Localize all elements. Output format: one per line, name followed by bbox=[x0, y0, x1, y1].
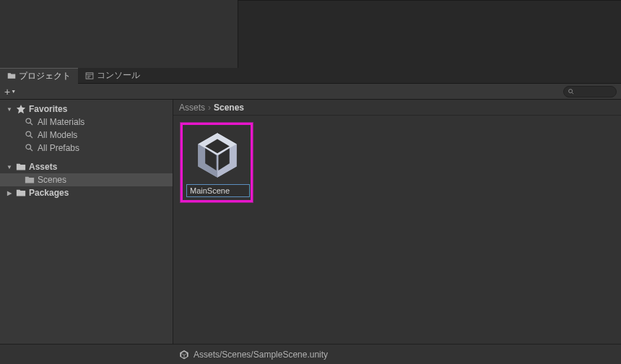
console-icon bbox=[85, 72, 94, 80]
asset-scene-item[interactable] bbox=[181, 123, 253, 202]
tree-label: Favorites bbox=[29, 104, 67, 114]
tab-console[interactable]: コンソール bbox=[78, 68, 147, 84]
upper-right-panel bbox=[238, 0, 621, 68]
search-icon bbox=[25, 130, 35, 140]
project-tree: ▼ Favorites All Materials All Models All… bbox=[0, 100, 173, 344]
tree-folder-scenes[interactable]: Scenes bbox=[0, 173, 173, 186]
tree-label: All Materials bbox=[38, 117, 84, 127]
folder-icon bbox=[16, 162, 26, 172]
tree-label: Packages bbox=[29, 188, 69, 198]
chevron-down-icon: ▼ bbox=[11, 89, 16, 94]
search-icon bbox=[25, 143, 35, 153]
rename-field[interactable] bbox=[190, 186, 246, 195]
search-icon bbox=[25, 117, 35, 127]
tab-project[interactable]: プロジェクト bbox=[0, 68, 78, 84]
asset-rename-input[interactable] bbox=[186, 184, 250, 197]
star-icon bbox=[16, 104, 26, 114]
create-menu-button[interactable]: +▼ bbox=[4, 86, 16, 98]
folder-icon bbox=[25, 175, 35, 185]
tree-assets[interactable]: ▼ Assets bbox=[0, 160, 173, 173]
tree-fav-item[interactable]: All Models bbox=[0, 129, 173, 142]
breadcrumb: Assets › Scenes bbox=[173, 100, 621, 116]
tree-fav-item[interactable]: All Materials bbox=[0, 116, 173, 129]
tree-packages[interactable]: ▶ Packages bbox=[0, 186, 173, 199]
tree-label: Assets bbox=[29, 162, 57, 172]
tree-label: All Models bbox=[38, 130, 77, 140]
svg-point-3 bbox=[26, 131, 31, 136]
unity-scene-icon bbox=[186, 129, 248, 181]
tree-label: Scenes bbox=[38, 175, 66, 185]
chevron-down-icon: ▼ bbox=[6, 164, 13, 170]
svg-point-2 bbox=[26, 118, 31, 124]
breadcrumb-root[interactable]: Assets bbox=[179, 103, 205, 113]
status-path: Assets/Scenes/SampleScene.unity bbox=[194, 350, 328, 360]
panel-tab-bar: プロジェクト コンソール bbox=[0, 68, 621, 84]
folder-icon bbox=[7, 72, 16, 80]
chevron-down-icon: ▼ bbox=[6, 106, 13, 113]
tree-label: All Prefabs bbox=[38, 143, 79, 153]
plus-icon: + bbox=[4, 86, 10, 98]
project-toolbar: +▼ bbox=[0, 84, 621, 100]
project-content: Assets › Scenes bbox=[173, 100, 621, 344]
asset-grid[interactable] bbox=[173, 116, 621, 344]
breadcrumb-current[interactable]: Scenes bbox=[214, 103, 244, 113]
search-input[interactable] bbox=[563, 86, 617, 98]
tree-favorites[interactable]: ▼ Favorites bbox=[0, 103, 173, 116]
tab-label: コンソール bbox=[97, 70, 140, 81]
tree-fav-item[interactable]: All Prefabs bbox=[0, 142, 173, 155]
unity-icon bbox=[179, 350, 189, 360]
svg-point-4 bbox=[26, 144, 31, 150]
chevron-right-icon: › bbox=[208, 103, 211, 113]
chevron-right-icon: ▶ bbox=[6, 190, 13, 196]
search-icon bbox=[568, 88, 575, 95]
svg-point-1 bbox=[569, 89, 573, 92]
upper-left-panel bbox=[0, 0, 238, 68]
status-bar: Assets/Scenes/SampleScene.unity bbox=[0, 344, 621, 364]
folder-icon bbox=[16, 188, 26, 198]
upper-panels bbox=[0, 0, 621, 68]
tab-label: プロジェクト bbox=[19, 71, 71, 82]
